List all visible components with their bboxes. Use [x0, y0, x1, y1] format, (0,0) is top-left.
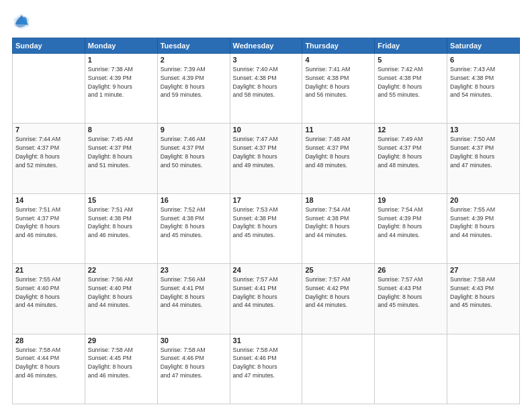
calendar-week-row: 7Sunrise: 7:44 AM Sunset: 4:37 PM Daylig… [13, 124, 520, 193]
calendar-cell: 7Sunrise: 7:44 AM Sunset: 4:37 PM Daylig… [13, 124, 85, 193]
calendar-cell: 5Sunrise: 7:42 AM Sunset: 4:38 PM Daylig… [375, 54, 447, 124]
calendar-cell [375, 334, 447, 404]
day-number: 13 [450, 126, 517, 134]
calendar-cell [302, 334, 375, 404]
calendar-cell: 1Sunrise: 7:38 AM Sunset: 4:39 PM Daylig… [85, 54, 157, 124]
day-info: Sunrise: 7:54 AM Sunset: 4:38 PM Dayligh… [305, 205, 371, 240]
calendar-cell: 23Sunrise: 7:56 AM Sunset: 4:41 PM Dayli… [157, 264, 230, 334]
calendar: SundayMondayTuesdayWednesdayThursdayFrid… [12, 38, 520, 404]
day-number: 25 [305, 266, 371, 274]
calendar-cell: 12Sunrise: 7:49 AM Sunset: 4:37 PM Dayli… [375, 124, 447, 193]
calendar-cell: 4Sunrise: 7:41 AM Sunset: 4:38 PM Daylig… [302, 54, 375, 124]
day-number: 11 [305, 126, 371, 134]
calendar-cell: 2Sunrise: 7:39 AM Sunset: 4:39 PM Daylig… [157, 54, 230, 124]
day-number: 18 [305, 196, 371, 204]
day-info: Sunrise: 7:49 AM Sunset: 4:37 PM Dayligh… [378, 135, 444, 169]
calendar-cell: 3Sunrise: 7:40 AM Sunset: 4:38 PM Daylig… [230, 54, 302, 124]
day-number: 14 [15, 196, 82, 204]
day-number: 24 [233, 266, 300, 274]
calendar-cell: 9Sunrise: 7:46 AM Sunset: 4:37 PM Daylig… [157, 124, 230, 193]
day-number: 31 [233, 336, 300, 345]
calendar-cell: 11Sunrise: 7:48 AM Sunset: 4:37 PM Dayli… [302, 124, 375, 193]
calendar-cell: 20Sunrise: 7:55 AM Sunset: 4:39 PM Dayli… [447, 193, 520, 263]
day-info: Sunrise: 7:52 AM Sunset: 4:38 PM Dayligh… [161, 205, 227, 240]
day-info: Sunrise: 7:40 AM Sunset: 4:38 PM Dayligh… [233, 65, 300, 99]
day-info: Sunrise: 7:46 AM Sunset: 4:37 PM Dayligh… [161, 135, 227, 169]
day-info: Sunrise: 7:55 AM Sunset: 4:40 PM Dayligh… [15, 275, 82, 310]
day-info: Sunrise: 7:57 AM Sunset: 4:41 PM Dayligh… [233, 275, 300, 310]
day-info: Sunrise: 7:54 AM Sunset: 4:39 PM Dayligh… [378, 205, 444, 240]
calendar-cell: 10Sunrise: 7:47 AM Sunset: 4:37 PM Dayli… [230, 124, 302, 193]
page: SundayMondayTuesdayWednesdayThursdayFrid… [0, 0, 532, 411]
day-info: Sunrise: 7:42 AM Sunset: 4:38 PM Dayligh… [378, 65, 444, 99]
day-number: 27 [450, 266, 517, 274]
calendar-header-row: SundayMondayTuesdayWednesdayThursdayFrid… [13, 38, 520, 54]
day-info: Sunrise: 7:50 AM Sunset: 4:37 PM Dayligh… [450, 135, 517, 169]
day-info: Sunrise: 7:57 AM Sunset: 4:42 PM Dayligh… [305, 275, 371, 310]
day-number: 5 [378, 56, 444, 64]
day-info: Sunrise: 7:57 AM Sunset: 4:43 PM Dayligh… [378, 275, 444, 310]
calendar-cell [13, 54, 85, 124]
calendar-weekday: Wednesday [230, 38, 302, 54]
calendar-weekday: Tuesday [157, 38, 230, 54]
calendar-week-row: 28Sunrise: 7:58 AM Sunset: 4:44 PM Dayli… [13, 334, 520, 404]
calendar-week-row: 1Sunrise: 7:38 AM Sunset: 4:39 PM Daylig… [13, 54, 520, 124]
day-number: 19 [378, 196, 444, 204]
calendar-weekday: Monday [85, 38, 157, 54]
logo-icon [12, 12, 31, 31]
day-info: Sunrise: 7:47 AM Sunset: 4:37 PM Dayligh… [233, 135, 300, 169]
calendar-cell: 29Sunrise: 7:58 AM Sunset: 4:45 PM Dayli… [85, 334, 157, 404]
day-number: 4 [305, 56, 371, 64]
day-info: Sunrise: 7:44 AM Sunset: 4:37 PM Dayligh… [15, 135, 82, 169]
calendar-cell: 19Sunrise: 7:54 AM Sunset: 4:39 PM Dayli… [375, 193, 447, 263]
day-info: Sunrise: 7:56 AM Sunset: 4:41 PM Dayligh… [161, 275, 227, 310]
day-info: Sunrise: 7:58 AM Sunset: 4:46 PM Dayligh… [161, 346, 227, 380]
day-number: 23 [161, 266, 227, 274]
calendar-cell: 24Sunrise: 7:57 AM Sunset: 4:41 PM Dayli… [230, 264, 302, 334]
calendar-weekday: Thursday [302, 38, 375, 54]
day-info: Sunrise: 7:43 AM Sunset: 4:38 PM Dayligh… [450, 65, 517, 99]
day-number: 2 [161, 56, 227, 64]
day-number: 28 [15, 336, 82, 345]
day-number: 15 [88, 196, 154, 204]
day-info: Sunrise: 7:38 AM Sunset: 4:39 PM Dayligh… [88, 65, 154, 99]
day-number: 3 [233, 56, 300, 64]
day-number: 1 [88, 56, 154, 64]
day-info: Sunrise: 7:45 AM Sunset: 4:37 PM Dayligh… [88, 135, 154, 169]
day-number: 17 [233, 196, 300, 204]
day-info: Sunrise: 7:48 AM Sunset: 4:37 PM Dayligh… [305, 135, 371, 169]
day-info: Sunrise: 7:58 AM Sunset: 4:43 PM Dayligh… [450, 275, 517, 310]
day-info: Sunrise: 7:51 AM Sunset: 4:37 PM Dayligh… [15, 205, 82, 240]
calendar-week-row: 21Sunrise: 7:55 AM Sunset: 4:40 PM Dayli… [13, 264, 520, 334]
calendar-cell: 26Sunrise: 7:57 AM Sunset: 4:43 PM Dayli… [375, 264, 447, 334]
calendar-weekday: Sunday [13, 38, 85, 54]
calendar-cell: 30Sunrise: 7:58 AM Sunset: 4:46 PM Dayli… [157, 334, 230, 404]
calendar-cell: 31Sunrise: 7:58 AM Sunset: 4:46 PM Dayli… [230, 334, 302, 404]
day-number: 22 [88, 266, 154, 274]
day-number: 21 [15, 266, 82, 274]
day-info: Sunrise: 7:56 AM Sunset: 4:40 PM Dayligh… [88, 275, 154, 310]
day-number: 8 [88, 126, 154, 134]
logo [12, 12, 34, 31]
day-number: 10 [233, 126, 300, 134]
calendar-cell: 6Sunrise: 7:43 AM Sunset: 4:38 PM Daylig… [447, 54, 520, 124]
day-info: Sunrise: 7:51 AM Sunset: 4:38 PM Dayligh… [88, 205, 154, 240]
day-info: Sunrise: 7:53 AM Sunset: 4:38 PM Dayligh… [233, 205, 300, 240]
calendar-cell: 13Sunrise: 7:50 AM Sunset: 4:37 PM Dayli… [447, 124, 520, 193]
calendar-cell: 16Sunrise: 7:52 AM Sunset: 4:38 PM Dayli… [157, 193, 230, 263]
header [12, 12, 520, 31]
day-info: Sunrise: 7:58 AM Sunset: 4:46 PM Dayligh… [233, 346, 300, 380]
calendar-cell: 15Sunrise: 7:51 AM Sunset: 4:38 PM Dayli… [85, 193, 157, 263]
calendar-weekday: Saturday [447, 38, 520, 54]
day-info: Sunrise: 7:39 AM Sunset: 4:39 PM Dayligh… [161, 65, 227, 99]
day-number: 6 [450, 56, 517, 64]
day-number: 12 [378, 126, 444, 134]
calendar-cell: 21Sunrise: 7:55 AM Sunset: 4:40 PM Dayli… [13, 264, 85, 334]
calendar-cell [447, 334, 520, 404]
day-number: 7 [15, 126, 82, 134]
day-number: 16 [161, 196, 227, 204]
calendar-cell: 18Sunrise: 7:54 AM Sunset: 4:38 PM Dayli… [302, 193, 375, 263]
day-number: 30 [161, 336, 227, 345]
calendar-cell: 22Sunrise: 7:56 AM Sunset: 4:40 PM Dayli… [85, 264, 157, 334]
calendar-cell: 28Sunrise: 7:58 AM Sunset: 4:44 PM Dayli… [13, 334, 85, 404]
